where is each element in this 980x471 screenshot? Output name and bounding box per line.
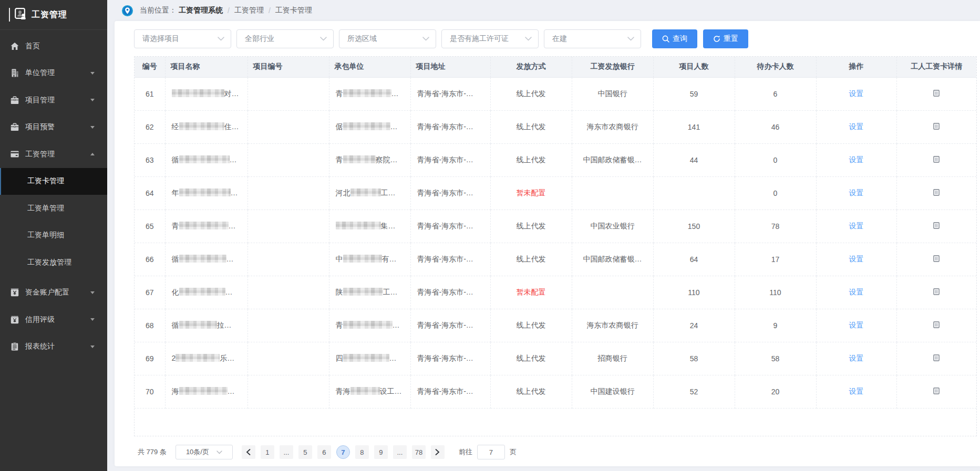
sidebar-item-report[interactable]: 报表统计 (0, 333, 107, 361)
worker-card-detail-icon[interactable] (933, 189, 940, 197)
cell-bank (572, 176, 653, 210)
page-button-6[interactable]: 6 (317, 445, 331, 459)
table-row: 63循…青察院…青海省-海东市-…线上代发中国邮政储蓄银…440设置 (135, 143, 976, 176)
yen-box-icon (11, 288, 19, 297)
settings-link[interactable]: 设置 (849, 155, 864, 164)
cell-pay-mode: 线上代发 (490, 210, 572, 243)
sidebar-item-project[interactable]: 项目管理 (0, 87, 107, 114)
yen-shield-icon (11, 316, 19, 324)
cell-project-name: 海… (165, 375, 247, 408)
worker-card-detail-icon[interactable] (933, 354, 940, 363)
redacted-text (179, 387, 228, 395)
sidebar-item-unit[interactable]: 单位管理 (0, 60, 107, 87)
page-button-7[interactable]: 7 (336, 445, 350, 459)
worker-card-detail-icon[interactable] (933, 388, 940, 396)
sidebar-item-warning[interactable]: 项目预警 (0, 114, 107, 141)
chevron-down-icon (627, 37, 634, 41)
sidebar-subitem-salary-grant[interactable]: 工资发放管理 (0, 249, 107, 276)
cell-id: 65 (135, 210, 165, 243)
cell-contractor: 河北工… (329, 176, 410, 210)
settings-link[interactable]: 设置 (849, 222, 864, 230)
cell-people-count: 141 (653, 110, 735, 143)
cell-project-code (247, 143, 329, 176)
cell-project-name: 年… (165, 176, 247, 210)
worker-card-detail-icon[interactable] (933, 222, 940, 231)
cell-pending-count: 20 (735, 375, 816, 408)
redacted-text (343, 321, 393, 329)
prev-page-button[interactable] (242, 445, 255, 459)
page-ellipsis[interactable]: ... (280, 445, 293, 459)
sidebar-item-home[interactable]: 首页 (0, 33, 107, 60)
chevron-down-icon (90, 291, 95, 294)
redacted-text (350, 387, 380, 395)
cell-pay-mode: 线上代发 (490, 77, 572, 110)
worker-card-detail-icon[interactable] (933, 255, 940, 264)
sidebar-item-fund-account[interactable]: 资金账户配置 (0, 279, 107, 307)
page-button-1[interactable]: 1 (261, 445, 274, 459)
filter-select-2[interactable]: 所选区域 (339, 29, 436, 48)
cell-address: 青海省-海东市-… (410, 210, 490, 243)
cell-id: 64 (135, 176, 165, 210)
breadcrumb-link-salary[interactable]: 工资管理 (234, 6, 264, 15)
worker-card-detail-icon[interactable] (933, 156, 940, 164)
table-row: 70海…青海设工…青海省-海东市-…线上代发中国建设银行5220设置 (135, 375, 976, 408)
cell-people-count: 110 (653, 276, 735, 309)
settings-link[interactable]: 设置 (849, 122, 864, 131)
page-button-5[interactable]: 5 (298, 445, 312, 459)
cell-pending-count: 9 (735, 309, 816, 342)
sidebar-item-credit[interactable]: 信用评级 (0, 306, 107, 333)
settings-link[interactable]: 设置 (849, 387, 864, 395)
filter-bar: 请选择项目全部行业所选区域是否有施工许可证在建 查询 重置 (115, 21, 980, 48)
redacted-text (343, 354, 389, 362)
cell-pending-count: 58 (735, 342, 816, 375)
page-ellipsis[interactable]: ... (393, 445, 407, 459)
column-header: 项目名称 (165, 57, 247, 77)
search-button[interactable]: 查询 (652, 29, 697, 48)
chevron-right-icon (435, 449, 440, 455)
next-page-button[interactable] (431, 445, 445, 459)
settings-link[interactable]: 设置 (849, 288, 864, 296)
cell-project-code (247, 210, 329, 243)
settings-link[interactable]: 设置 (849, 354, 864, 362)
worker-card-detail-icon[interactable] (933, 123, 940, 131)
page-button-8[interactable]: 8 (355, 445, 369, 459)
cell-pending-count: 0 (735, 143, 816, 176)
pagination-total: 共 779 条 (138, 447, 167, 457)
sidebar-subitem-salary-card[interactable]: 工资卡管理 (0, 168, 107, 195)
goto-suffix: 页 (510, 447, 517, 457)
settings-link[interactable]: 设置 (849, 189, 864, 197)
cell-contractor: 集… (329, 210, 410, 243)
sidebar-item-label: 信用评级 (25, 315, 55, 325)
filter-select-1[interactable]: 全部行业 (236, 29, 334, 48)
breadcrumb-root[interactable]: 工资管理系统 (179, 6, 223, 15)
filter-select-4[interactable]: 在建 (544, 29, 641, 48)
goto-page-input[interactable] (477, 445, 505, 459)
worker-card-detail-icon[interactable] (933, 90, 940, 98)
filter-select-3[interactable]: 是否有施工许可证 (441, 29, 539, 48)
page-button-9[interactable]: 9 (374, 445, 388, 459)
page-size-select[interactable]: 10条/页 (176, 445, 233, 459)
clipboard-icon (11, 342, 19, 351)
reset-button[interactable]: 重置 (703, 29, 748, 48)
home-icon (11, 42, 19, 50)
worker-card-detail-icon[interactable] (933, 321, 940, 330)
worker-card-detail-icon[interactable] (933, 288, 940, 297)
cell-project-name: 循… (165, 243, 247, 276)
sidebar-item-label: 项目预警 (25, 122, 55, 132)
cell-pending-count: 0 (735, 176, 816, 210)
cell-project-code (247, 342, 329, 375)
table-row: 692乐…四…青海省-海东市-…线上代发招商银行5858设置 (135, 342, 976, 375)
sidebar-subitem-salary-sheet[interactable]: 工资单管理 (0, 195, 107, 222)
cell-contractor: 陕工… (329, 276, 410, 309)
settings-link[interactable]: 设置 (849, 89, 864, 98)
chevron-down-icon (90, 318, 95, 321)
sidebar-item-salary[interactable]: 工资管理 (0, 141, 107, 168)
settings-link[interactable]: 设置 (849, 255, 864, 263)
content-card: 请选择项目全部行业所选区域是否有施工许可证在建 查询 重置 编号项目名称项目编号… (115, 21, 980, 466)
page-button-78[interactable]: 78 (412, 445, 426, 459)
settings-link[interactable]: 设置 (849, 321, 864, 329)
filter-select-0[interactable]: 请选择项目 (134, 29, 231, 48)
redacted-text (343, 255, 382, 263)
breadcrumb-link-card[interactable]: 工资卡管理 (275, 6, 312, 15)
sidebar-subitem-salary-detail[interactable]: 工资单明细 (0, 222, 107, 249)
